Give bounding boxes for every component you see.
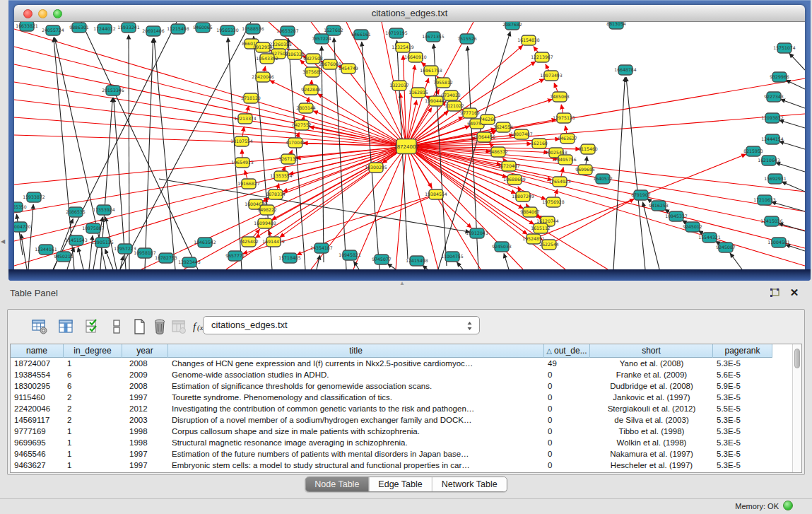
network-node[interactable]: 7515526	[457, 34, 477, 44]
network-node[interactable]: 10688609	[503, 175, 526, 185]
network-node[interactable]: 9463627	[558, 134, 577, 144]
network-node[interactable]: 8215953	[743, 146, 763, 156]
table-row[interactable]: 1456911722003Disruption of a novel membe…	[11, 414, 772, 426]
column-header-in_degree[interactable]: in_degree	[64, 344, 122, 358]
network-node[interactable]: 2803144	[296, 103, 316, 113]
table-row[interactable]: 977716911998Corpus callosum shape and si…	[11, 426, 772, 437]
delete-table-button[interactable]	[150, 317, 170, 337]
network-node[interactable]: 2718120	[241, 93, 261, 103]
network-node[interactable]: 3267130	[278, 154, 298, 164]
network-node[interactable]: 10653287	[276, 26, 299, 36]
network-node[interactable]: 1640512	[593, 174, 613, 184]
network-node[interactable]: 8454749	[339, 64, 358, 74]
network-node[interactable]: 1121022	[445, 101, 464, 111]
table-row[interactable]: 1872400712008Changes of HCN gene express…	[11, 358, 772, 369]
network-node[interactable]: 6734023	[441, 90, 461, 100]
network-node[interactable]: 10945337	[665, 211, 688, 221]
network-node[interactable]: 19166827	[237, 179, 260, 189]
network-node[interactable]: 7425402	[239, 237, 259, 247]
network-node[interactable]: 12905135	[91, 238, 114, 247]
network-node[interactable]: 18300295	[365, 163, 387, 173]
network-node[interactable]: 11004755	[441, 252, 464, 262]
column-header-year[interactable]: year	[122, 344, 168, 358]
network-node[interactable]: 746266	[479, 115, 496, 124]
network-node[interactable]: 18107554	[230, 136, 253, 146]
network-node[interactable]: 10543392	[256, 54, 278, 64]
network-node[interactable]: 17957223	[114, 244, 136, 254]
network-node[interactable]: 16633821	[16, 22, 38, 31]
network-node[interactable]: 9227343	[764, 92, 784, 102]
network-node[interactable]: 162160	[531, 139, 548, 148]
tab-network-table[interactable]: Network Table	[432, 477, 507, 491]
network-node[interactable]: 10975887	[82, 223, 105, 233]
network-node[interactable]: 16961758	[420, 66, 442, 76]
network-node[interactable]: 6466161	[351, 30, 371, 40]
network-node[interactable]: 2087682	[502, 22, 522, 30]
network-node[interactable]: 4170041	[286, 138, 305, 148]
network-node[interactable]: 16648784	[614, 65, 637, 75]
table-vertical-scrollbar[interactable]	[792, 344, 801, 472]
network-node[interactable]: 7486372	[488, 147, 508, 157]
network-node[interactable]: 12415498	[406, 256, 428, 266]
network-node[interactable]: 12444154	[761, 134, 784, 144]
network-node[interactable]: 9699695	[575, 165, 595, 175]
network-node[interactable]: 9115460	[578, 144, 598, 154]
network-node[interactable]: 9657771	[225, 251, 245, 261]
column-header-pagerank[interactable]: pagerank	[713, 344, 772, 358]
network-node[interactable]: 19756928	[542, 197, 565, 207]
network-canvas[interactable]: 1663382124055724988630117244012159332412…	[14, 22, 805, 269]
network-node[interactable]: 11353554	[270, 171, 293, 181]
tab-node-table[interactable]: Node Table	[305, 477, 368, 491]
network-node[interactable]: 15933241	[117, 23, 140, 33]
close-panel-icon[interactable]: ✕	[787, 286, 801, 300]
network-node[interactable]: 9245012	[683, 222, 702, 232]
network-node[interactable]: 17244012	[93, 24, 116, 34]
new-table-button[interactable]	[129, 317, 149, 337]
network-node[interactable]: 19654913	[231, 158, 254, 168]
network-node[interactable]: 2086535	[66, 207, 86, 217]
network-node[interactable]: 2522544	[539, 240, 559, 250]
column-header-out_de[interactable]: △out_de...	[544, 344, 590, 358]
network-node[interactable]: 12344161	[35, 245, 57, 255]
network-node[interactable]: 20676068	[319, 59, 341, 69]
table-row[interactable]: 1938455462009Genome-wide association stu…	[11, 369, 772, 380]
table-row[interactable]: 969969511998Structural magnetic resonanc…	[11, 437, 772, 448]
zoom-window-button[interactable]	[53, 9, 62, 18]
network-node[interactable]: 15933872	[23, 192, 45, 202]
network-node[interactable]: 17654923	[548, 177, 571, 187]
network-node[interactable]: 9777169	[460, 108, 480, 118]
network-node[interactable]: 11004720	[14, 222, 31, 232]
column-settings-button[interactable]	[30, 317, 49, 337]
network-node[interactable]: 16912043	[466, 228, 488, 238]
network-node[interactable]: 18807249	[512, 192, 534, 201]
network-node[interactable]: 11215498	[167, 24, 189, 34]
show-columns-button[interactable]	[56, 317, 76, 337]
network-table-select[interactable]: citations_edges.txt	[203, 316, 480, 334]
network-node[interactable]: 24055724	[42, 25, 64, 35]
collapsed-panel-arrow-icon[interactable]: ◀	[1, 238, 5, 245]
network-node[interactable]: 1615112	[531, 223, 551, 233]
network-node[interactable]: 12213967	[531, 52, 553, 62]
network-node[interactable]: 7857224	[312, 34, 331, 44]
row-height-button[interactable]	[107, 317, 126, 337]
network-node[interactable]: 18724007	[394, 139, 419, 154]
network-node[interactable]: 15718485	[278, 253, 301, 263]
minimize-window-button[interactable]	[38, 9, 47, 18]
table-header-row[interactable]: namein_degreeyeartitle△out_de...shortpag…	[11, 344, 772, 358]
network-node[interactable]: 14671355	[422, 32, 445, 42]
network-node[interactable]: 9884067	[520, 207, 540, 217]
network-node[interactable]: 9450210	[54, 252, 73, 262]
network-node[interactable]: 9498222	[257, 205, 277, 215]
network-node[interactable]: 9745077	[372, 255, 392, 264]
network-node[interactable]: 10719195	[385, 28, 408, 38]
table-row[interactable]: 2242004622012Investigating the contribut…	[11, 403, 772, 414]
network-node[interactable]: 15751074	[773, 43, 796, 53]
network-node[interactable]: 10958187	[134, 248, 156, 258]
network-node[interactable]: 8878334	[266, 189, 286, 199]
table-row[interactable]: 911546021997Tourette syndrome. Phenomeno…	[11, 392, 772, 403]
network-node[interactable]: 12975125	[553, 113, 575, 123]
network-node[interactable]: 22260358	[269, 40, 292, 49]
memory-status-dot[interactable]	[783, 501, 793, 510]
network-node[interactable]: 15544321	[698, 233, 721, 243]
float-panel-icon[interactable]	[767, 286, 782, 300]
